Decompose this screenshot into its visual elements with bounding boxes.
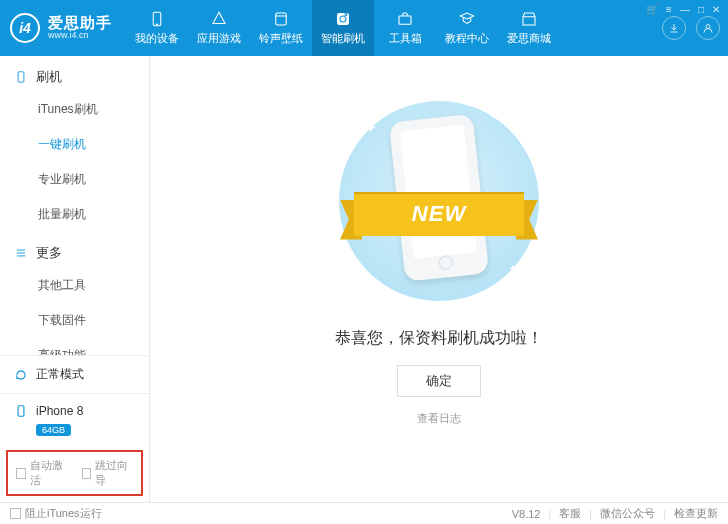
skip-guide-checkbox[interactable]: 跳过向导 (82, 458, 134, 488)
brand: i4 爱思助手 www.i4.cn (0, 0, 126, 56)
nav-label: 工具箱 (389, 31, 422, 46)
nav-label: 爱思商城 (507, 31, 551, 46)
store-icon (520, 10, 538, 28)
sidebar-item-download-fw[interactable]: 下载固件 (0, 303, 149, 338)
nav-label: 铃声壁纸 (259, 31, 303, 46)
auto-activate-checkbox[interactable]: 自动激活 (16, 458, 68, 488)
device-name: iPhone 8 (36, 404, 83, 418)
ribbon-text: NEW (354, 192, 524, 236)
sidebar-group-flash: 刷机 (0, 56, 149, 92)
device-icon (148, 10, 166, 28)
nav-my-device[interactable]: 我的设备 (126, 0, 188, 56)
title-bar: 🛒 ≡ — □ ✕ i4 爱思助手 www.i4.cn 我的设备 应用游戏 铃声… (0, 0, 728, 56)
close-button[interactable]: ✕ (712, 4, 720, 15)
version-label: V8.12 (512, 508, 541, 520)
checkbox-label: 阻止iTunes运行 (25, 506, 102, 521)
svg-rect-10 (18, 406, 24, 417)
sidebar: 刷机 iTunes刷机 一键刷机 专业刷机 批量刷机 更多 其他工具 下载固件 … (0, 56, 150, 502)
checkbox-icon (10, 508, 21, 519)
svg-rect-2 (276, 13, 287, 25)
svg-rect-6 (18, 72, 24, 83)
success-illustration: ✦ ✦ ✦ NEW (324, 96, 554, 306)
checkbox-icon (16, 468, 26, 479)
checkbox-icon (82, 468, 92, 479)
sparkle-icon: ✦ (508, 262, 518, 276)
sidebar-item-advanced[interactable]: 高级功能 (0, 338, 149, 355)
brand-subtitle: www.i4.cn (48, 31, 112, 41)
nav-label: 应用游戏 (197, 31, 241, 46)
device-info[interactable]: iPhone 8 64GB (0, 393, 149, 444)
device-storage-badge: 64GB (36, 424, 71, 436)
check-update-link[interactable]: 检查更新 (674, 506, 718, 521)
confirm-button[interactable]: 确定 (397, 365, 481, 397)
sidebar-item-batch-flash[interactable]: 批量刷机 (0, 197, 149, 232)
nav-apps[interactable]: 应用游戏 (188, 0, 250, 56)
phone-icon (14, 70, 28, 84)
nav-label: 我的设备 (135, 31, 179, 46)
checkbox-label: 跳过向导 (95, 458, 133, 488)
cart-icon[interactable]: 🛒 (646, 4, 658, 15)
new-ribbon: NEW (354, 192, 524, 236)
sidebar-item-itunes-flash[interactable]: iTunes刷机 (0, 92, 149, 127)
status-bar: 阻止iTunes运行 V8.12 | 客服 | 微信公众号 | 检查更新 (0, 502, 728, 524)
svg-point-5 (706, 25, 710, 29)
minimize-button[interactable]: — (680, 4, 690, 15)
refresh-icon (14, 368, 28, 382)
nav-label: 智能刷机 (321, 31, 365, 46)
ringtone-icon (272, 10, 290, 28)
bottom-options-highlight: 自动激活 跳过向导 (6, 450, 143, 496)
block-itunes-checkbox[interactable]: 阻止iTunes运行 (10, 506, 102, 521)
sidebar-group-title: 刷机 (36, 68, 62, 86)
top-nav: 我的设备 应用游戏 铃声壁纸 智能刷机 工具箱 教程中心 爱思商城 (126, 0, 654, 56)
support-link[interactable]: 客服 (559, 506, 581, 521)
sidebar-item-pro-flash[interactable]: 专业刷机 (0, 162, 149, 197)
sparkle-icon: ✦ (488, 108, 498, 122)
device-mode[interactable]: 正常模式 (0, 356, 149, 393)
sidebar-group-title: 更多 (36, 244, 62, 262)
mode-label: 正常模式 (36, 366, 84, 383)
user-button[interactable] (696, 16, 720, 40)
svg-rect-4 (399, 16, 411, 24)
nav-flash[interactable]: 智能刷机 (312, 0, 374, 56)
download-button[interactable] (662, 16, 686, 40)
nav-tutorials[interactable]: 教程中心 (436, 0, 498, 56)
tutorial-icon (458, 10, 476, 28)
sidebar-item-oneclick-flash[interactable]: 一键刷机 (0, 127, 149, 162)
window-controls: 🛒 ≡ — □ ✕ (646, 4, 720, 15)
brand-logo-icon: i4 (10, 13, 40, 43)
success-message: 恭喜您，保资料刷机成功啦！ (335, 328, 543, 349)
sparkle-icon: ✦ (364, 118, 377, 137)
maximize-button[interactable]: □ (698, 4, 704, 15)
sidebar-item-other-tools[interactable]: 其他工具 (0, 268, 149, 303)
phone-small-icon (14, 404, 28, 418)
flash-icon (334, 10, 352, 28)
nav-store[interactable]: 爱思商城 (498, 0, 560, 56)
brand-title: 爱思助手 (48, 15, 112, 32)
toolbox-icon (396, 10, 414, 28)
apps-icon (210, 10, 228, 28)
nav-ringtones[interactable]: 铃声壁纸 (250, 0, 312, 56)
nav-label: 教程中心 (445, 31, 489, 46)
wechat-link[interactable]: 微信公众号 (600, 506, 655, 521)
nav-toolbox[interactable]: 工具箱 (374, 0, 436, 56)
menu-icon[interactable]: ≡ (666, 4, 672, 15)
menu-lines-icon (14, 246, 28, 260)
main-content: ✦ ✦ ✦ NEW 恭喜您，保资料刷机成功啦！ 确定 查看日志 (150, 56, 728, 502)
sidebar-group-more: 更多 (0, 232, 149, 268)
view-log-link[interactable]: 查看日志 (417, 411, 461, 426)
checkbox-label: 自动激活 (30, 458, 68, 488)
